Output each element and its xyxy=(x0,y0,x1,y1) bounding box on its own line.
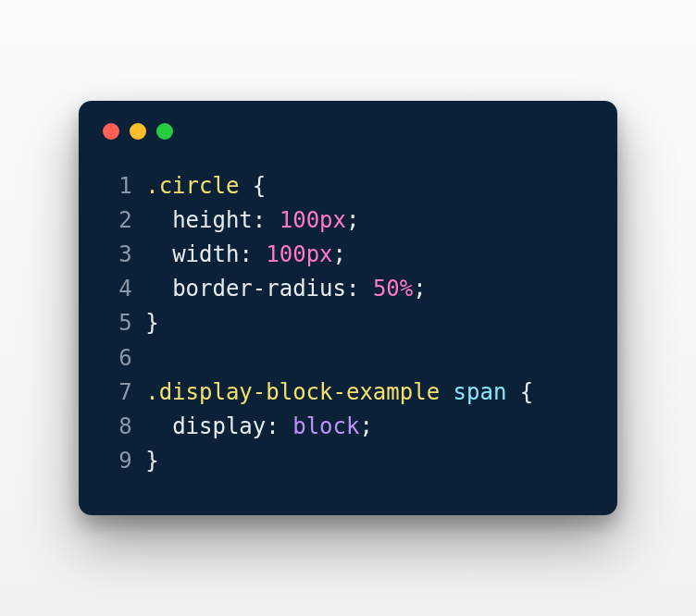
token xyxy=(145,207,172,233)
token: height xyxy=(172,207,253,233)
line-content: height: 100px; xyxy=(145,203,359,238)
code-window: 1.circle {2 height: 100px;3 width: 100px… xyxy=(79,101,617,516)
zoom-icon[interactable] xyxy=(156,123,173,140)
token: { xyxy=(239,173,266,199)
token xyxy=(145,241,172,267)
code-line: 9} xyxy=(103,444,593,478)
token: display xyxy=(172,413,266,439)
line-number: 7 xyxy=(103,376,132,410)
code-line: 8 display: block; xyxy=(103,410,593,444)
token: 100px xyxy=(266,241,332,267)
code-block: 1.circle {2 height: 100px;3 width: 100px… xyxy=(79,149,617,488)
code-line: 5} xyxy=(103,306,593,340)
line-number: 5 xyxy=(103,306,132,340)
line-content: width: 100px; xyxy=(145,238,346,272)
line-number: 4 xyxy=(103,272,132,306)
code-line: 6 xyxy=(103,341,593,376)
token: ; xyxy=(346,207,359,233)
token: border-radius xyxy=(172,276,346,302)
line-number: 2 xyxy=(103,203,132,238)
token: width xyxy=(172,241,239,267)
token: ; xyxy=(413,276,426,302)
token: : xyxy=(239,241,266,267)
line-number: 1 xyxy=(103,169,132,203)
code-line: 7.display-block-example span { xyxy=(103,376,593,410)
code-line: 4 border-radius: 50%; xyxy=(103,272,593,306)
token: : xyxy=(346,276,373,302)
token: ; xyxy=(333,241,346,267)
line-number: 3 xyxy=(103,238,132,272)
token: ; xyxy=(359,413,372,439)
code-line: 3 width: 100px; xyxy=(103,238,593,272)
token: 50% xyxy=(373,276,413,302)
close-icon[interactable] xyxy=(103,123,119,140)
line-number: 9 xyxy=(103,444,132,478)
token: 100px xyxy=(280,207,346,233)
token: : xyxy=(253,207,280,233)
token: .display-block-example xyxy=(145,379,440,405)
token xyxy=(145,413,172,439)
token: } xyxy=(145,448,158,474)
code-line: 1.circle { xyxy=(103,169,593,203)
minimize-icon[interactable] xyxy=(130,123,146,140)
token: block xyxy=(292,413,359,439)
line-content: display: block; xyxy=(145,410,373,444)
line-number: 8 xyxy=(103,410,132,444)
window-titlebar xyxy=(79,101,617,149)
token xyxy=(145,276,172,302)
token: : xyxy=(266,413,292,439)
token: { xyxy=(506,379,533,405)
token: } xyxy=(145,310,158,336)
code-line: 2 height: 100px; xyxy=(103,203,593,238)
line-content: } xyxy=(145,306,158,340)
line-number: 6 xyxy=(103,341,132,376)
token xyxy=(440,379,453,405)
line-content: .display-block-example span { xyxy=(145,376,533,410)
token: span xyxy=(454,379,507,405)
line-content: .circle { xyxy=(145,169,266,203)
token: .circle xyxy=(145,173,239,199)
line-content: } xyxy=(145,444,158,478)
line-content: border-radius: 50%; xyxy=(145,272,426,306)
